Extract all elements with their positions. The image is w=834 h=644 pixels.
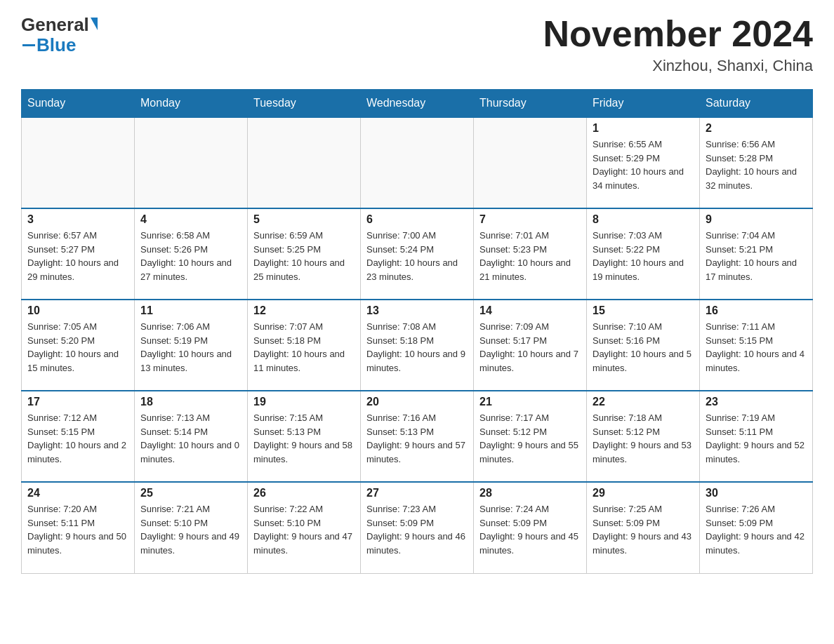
calendar-day-cell: 24Sunrise: 7:20 AMSunset: 5:11 PMDayligh… (22, 482, 135, 573)
day-number: 27 (366, 487, 468, 499)
day-info: Sunrise: 7:22 AMSunset: 5:10 PMDaylight:… (253, 502, 355, 557)
day-number: 26 (253, 487, 355, 499)
calendar-day-cell: 12Sunrise: 7:07 AMSunset: 5:18 PMDayligh… (248, 300, 361, 391)
calendar-week-row: 17Sunrise: 7:12 AMSunset: 5:15 PMDayligh… (22, 391, 813, 482)
day-number: 28 (479, 487, 581, 499)
calendar-day-cell: 20Sunrise: 7:16 AMSunset: 5:13 PMDayligh… (361, 391, 474, 482)
weekday-header-tuesday: Tuesday (248, 90, 361, 118)
calendar-day-cell: 2Sunrise: 6:56 AMSunset: 5:28 PMDaylight… (700, 117, 813, 208)
weekday-header-thursday: Thursday (474, 90, 587, 118)
day-number: 4 (140, 213, 241, 226)
day-number: 2 (706, 122, 807, 135)
calendar-day-cell: 5Sunrise: 6:59 AMSunset: 5:25 PMDaylight… (248, 208, 361, 300)
day-info: Sunrise: 7:08 AMSunset: 5:18 PMDaylight:… (366, 320, 468, 375)
day-number: 5 (253, 213, 355, 226)
day-number: 18 (140, 396, 241, 408)
day-info: Sunrise: 7:25 AMSunset: 5:09 PMDaylight:… (593, 502, 694, 557)
day-number: 9 (706, 213, 807, 226)
calendar-day-cell (135, 117, 248, 208)
day-info: Sunrise: 7:09 AMSunset: 5:17 PMDaylight:… (479, 320, 581, 375)
day-number: 24 (27, 487, 128, 499)
day-info: Sunrise: 7:23 AMSunset: 5:09 PMDaylight:… (366, 502, 468, 557)
calendar-day-cell: 25Sunrise: 7:21 AMSunset: 5:10 PMDayligh… (135, 482, 248, 573)
calendar-day-cell: 26Sunrise: 7:22 AMSunset: 5:10 PMDayligh… (248, 482, 361, 573)
day-info: Sunrise: 7:16 AMSunset: 5:13 PMDaylight:… (366, 411, 468, 466)
day-info: Sunrise: 6:59 AMSunset: 5:25 PMDaylight:… (253, 229, 355, 283)
calendar-day-cell: 27Sunrise: 7:23 AMSunset: 5:09 PMDayligh… (361, 482, 474, 573)
day-info: Sunrise: 7:12 AMSunset: 5:15 PMDaylight:… (27, 411, 128, 466)
day-number: 20 (366, 396, 468, 408)
day-info: Sunrise: 7:20 AMSunset: 5:11 PMDaylight:… (27, 502, 128, 557)
day-number: 8 (593, 213, 694, 226)
weekday-header-wednesday: Wednesday (361, 90, 474, 118)
calendar-day-cell (248, 117, 361, 208)
day-info: Sunrise: 7:26 AMSunset: 5:09 PMDaylight:… (706, 502, 807, 557)
month-title: November 2024 (543, 14, 813, 54)
day-number: 25 (140, 487, 241, 499)
calendar-day-cell: 28Sunrise: 7:24 AMSunset: 5:09 PMDayligh… (474, 482, 587, 573)
calendar-day-cell (474, 117, 587, 208)
day-number: 16 (706, 304, 807, 317)
weekday-header-saturday: Saturday (700, 90, 813, 118)
logo-general-text: General (21, 14, 89, 36)
calendar-day-cell: 13Sunrise: 7:08 AMSunset: 5:18 PMDayligh… (361, 300, 474, 391)
day-number: 11 (140, 304, 241, 317)
day-info: Sunrise: 7:13 AMSunset: 5:14 PMDaylight:… (140, 411, 241, 466)
day-info: Sunrise: 6:57 AMSunset: 5:27 PMDaylight:… (27, 229, 128, 283)
calendar-day-cell: 3Sunrise: 6:57 AMSunset: 5:27 PMDaylight… (22, 208, 135, 300)
calendar-table: SundayMondayTuesdayWednesdayThursdayFrid… (21, 89, 813, 574)
calendar-week-row: 1Sunrise: 6:55 AMSunset: 5:29 PMDaylight… (22, 117, 813, 208)
calendar-day-cell: 18Sunrise: 7:13 AMSunset: 5:14 PMDayligh… (135, 391, 248, 482)
calendar-day-cell: 22Sunrise: 7:18 AMSunset: 5:12 PMDayligh… (587, 391, 700, 482)
calendar-week-row: 24Sunrise: 7:20 AMSunset: 5:11 PMDayligh… (22, 482, 813, 573)
calendar-day-cell: 29Sunrise: 7:25 AMSunset: 5:09 PMDayligh… (587, 482, 700, 573)
day-info: Sunrise: 7:15 AMSunset: 5:13 PMDaylight:… (253, 411, 355, 466)
day-info: Sunrise: 7:18 AMSunset: 5:12 PMDaylight:… (593, 411, 694, 466)
day-number: 29 (593, 487, 694, 499)
day-info: Sunrise: 7:10 AMSunset: 5:16 PMDaylight:… (593, 320, 694, 375)
calendar-day-cell: 23Sunrise: 7:19 AMSunset: 5:11 PMDayligh… (700, 391, 813, 482)
calendar-day-cell: 1Sunrise: 6:55 AMSunset: 5:29 PMDaylight… (587, 117, 700, 208)
page-header: General Blue November 2024 Xinzhou, Shan… (21, 14, 813, 75)
day-number: 6 (366, 213, 468, 226)
day-number: 3 (27, 213, 128, 226)
title-area: November 2024 Xinzhou, Shanxi, China (543, 14, 813, 75)
calendar-day-cell: 16Sunrise: 7:11 AMSunset: 5:15 PMDayligh… (700, 300, 813, 391)
calendar-week-row: 3Sunrise: 6:57 AMSunset: 5:27 PMDaylight… (22, 208, 813, 300)
day-number: 10 (27, 304, 128, 317)
calendar-day-cell: 21Sunrise: 7:17 AMSunset: 5:12 PMDayligh… (474, 391, 587, 482)
day-info: Sunrise: 7:01 AMSunset: 5:23 PMDaylight:… (479, 229, 581, 283)
weekday-header-friday: Friday (587, 90, 700, 118)
day-number: 30 (706, 487, 807, 499)
calendar-day-cell: 17Sunrise: 7:12 AMSunset: 5:15 PMDayligh… (22, 391, 135, 482)
day-number: 19 (253, 396, 355, 408)
logo-triangle-icon (91, 18, 98, 30)
day-info: Sunrise: 6:58 AMSunset: 5:26 PMDaylight:… (140, 229, 241, 283)
day-number: 15 (593, 304, 694, 317)
calendar-day-cell: 15Sunrise: 7:10 AMSunset: 5:16 PMDayligh… (587, 300, 700, 391)
day-info: Sunrise: 7:17 AMSunset: 5:12 PMDaylight:… (479, 411, 581, 466)
day-info: Sunrise: 7:04 AMSunset: 5:21 PMDaylight:… (706, 229, 807, 283)
calendar-day-cell: 4Sunrise: 6:58 AMSunset: 5:26 PMDaylight… (135, 208, 248, 300)
day-number: 12 (253, 304, 355, 317)
day-number: 14 (479, 304, 581, 317)
day-info: Sunrise: 6:55 AMSunset: 5:29 PMDaylight:… (593, 137, 694, 192)
weekday-header-sunday: Sunday (22, 90, 135, 118)
calendar-day-cell: 6Sunrise: 7:00 AMSunset: 5:24 PMDaylight… (361, 208, 474, 300)
logo: General Blue (21, 14, 98, 56)
calendar-day-cell: 11Sunrise: 7:06 AMSunset: 5:19 PMDayligh… (135, 300, 248, 391)
day-info: Sunrise: 7:03 AMSunset: 5:22 PMDaylight:… (593, 229, 694, 283)
location-text: Xinzhou, Shanxi, China (543, 57, 813, 75)
day-number: 22 (593, 396, 694, 408)
day-number: 17 (27, 396, 128, 408)
day-info: Sunrise: 7:21 AMSunset: 5:10 PMDaylight:… (140, 502, 241, 557)
day-info: Sunrise: 7:06 AMSunset: 5:19 PMDaylight:… (140, 320, 241, 375)
logo-blue-text: Blue (37, 34, 76, 56)
day-number: 21 (479, 396, 581, 408)
calendar-day-cell (22, 117, 135, 208)
weekday-header-monday: Monday (135, 90, 248, 118)
calendar-header-row: SundayMondayTuesdayWednesdayThursdayFrid… (22, 90, 813, 118)
calendar-day-cell: 8Sunrise: 7:03 AMSunset: 5:22 PMDaylight… (587, 208, 700, 300)
day-info: Sunrise: 7:11 AMSunset: 5:15 PMDaylight:… (706, 320, 807, 375)
calendar-day-cell: 10Sunrise: 7:05 AMSunset: 5:20 PMDayligh… (22, 300, 135, 391)
